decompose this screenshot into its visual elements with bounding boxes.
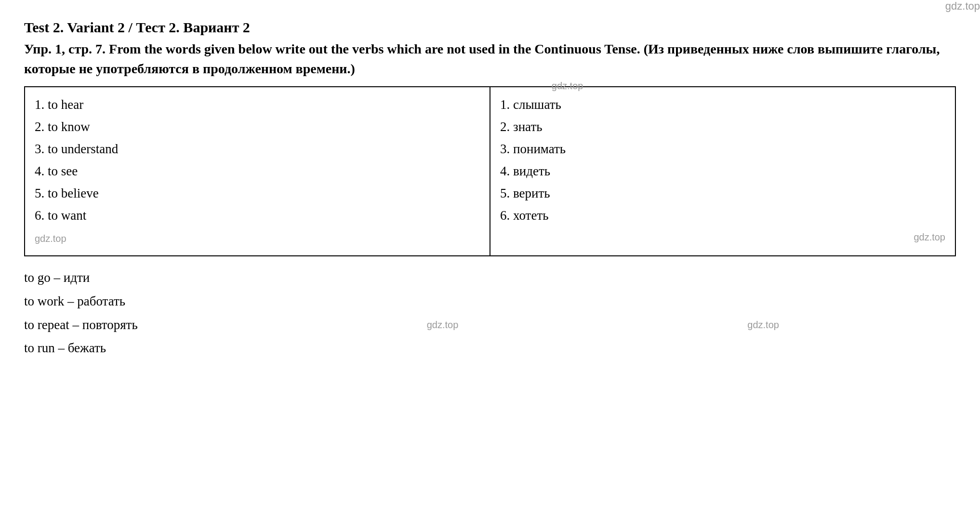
list-item: 1. to hear	[35, 94, 480, 116]
page-title: Test 2. Variant 2 / Тест 2. Вариант 2	[24, 19, 250, 36]
watermark-col2-right: gdz.top	[500, 229, 945, 245]
watermark-col1: gdz.top	[35, 230, 66, 247]
answer-item: to run – бежать	[24, 336, 956, 360]
list-item: 4. видеть	[500, 160, 945, 183]
list-item: 5. to believe	[35, 183, 480, 205]
watermark-answers-mid2: gdz.top	[747, 316, 779, 333]
answer-item: to go – идти	[24, 266, 956, 290]
watermark-answers-mid1: gdz.top	[427, 316, 459, 333]
list-item: 4. to see	[35, 160, 480, 183]
list-item: 1. слышать	[500, 94, 945, 116]
vocabulary-table: 1. to hear 2. to know 3. to understand 4…	[24, 86, 956, 256]
list-item: 3. to understand	[35, 138, 480, 160]
answer-item: to repeat – повторять	[24, 313, 138, 337]
watermark-top-right: gdz.top	[945, 0, 980, 13]
answers-section: to go – идти to work – работать to repea…	[24, 266, 956, 359]
list-item: 2. to know	[35, 116, 480, 138]
table-col-english: 1. to hear 2. to know 3. to understand 4…	[25, 87, 490, 255]
table-col-russian: 1. слышать 2. знать 3. понимать 4. видет…	[490, 87, 955, 255]
list-item: 3. понимать	[500, 138, 945, 160]
answer-item: to work – работать	[24, 290, 956, 313]
list-item: 6. to want	[35, 205, 480, 227]
list-item: 5. верить	[500, 183, 945, 205]
list-item: 2. знать	[500, 116, 945, 138]
instruction-label: Упр. 1, стр. 7. From the words given bel…	[24, 41, 940, 76]
instruction-text: Упр. 1, стр. 7. From the words given bel…	[24, 40, 956, 79]
list-item: 6. хотеть	[500, 205, 945, 227]
